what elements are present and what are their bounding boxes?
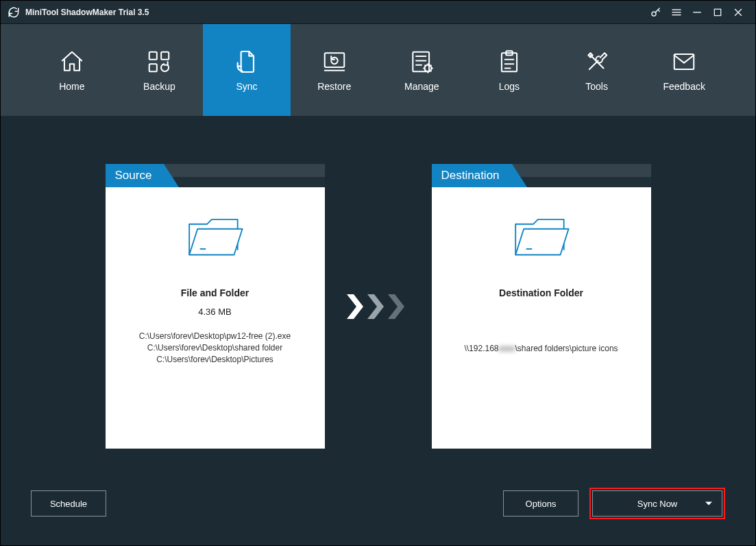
svg-marker-29 (347, 294, 363, 319)
home-icon (58, 48, 86, 75)
app-window: MiniTool ShadowMaker Trial 3.5 Home (0, 0, 756, 546)
source-path-line: C:\Users\forev\Desktop\Pictures (139, 354, 291, 366)
feedback-icon (670, 48, 698, 75)
destination-title: Destination Folder (499, 287, 583, 298)
source-path-line: C:\Users\forev\Desktop\pw12-free (2).exe (139, 331, 291, 342)
destination-path-prefix: \\192.168 (464, 344, 498, 353)
sync-now-highlight: Sync Now (589, 488, 725, 519)
footer-bar: Schedule Options Sync Now (1, 488, 755, 519)
destination-panel-body: Destination Folder \\192.168xxxx\shared … (432, 187, 651, 449)
schedule-button[interactable]: Schedule (31, 490, 106, 517)
tools-icon (583, 48, 611, 75)
close-button[interactable] (728, 4, 748, 21)
svg-rect-15 (413, 52, 430, 72)
svg-marker-30 (367, 294, 384, 319)
manage-icon (408, 48, 435, 75)
nav-restore[interactable]: Restore (291, 24, 378, 116)
button-label: Options (526, 499, 557, 509)
folder-icon (512, 212, 571, 263)
sync-icon (233, 48, 260, 75)
sync-now-button[interactable]: Sync Now (592, 490, 722, 517)
content-area: Source File and Folder 4.36 MB C:\Users\… (1, 116, 755, 545)
title-bar: MiniTool ShadowMaker Trial 3.5 (1, 1, 755, 24)
nav-label: Home (59, 81, 84, 92)
logs-icon (496, 48, 523, 75)
key-icon[interactable] (646, 4, 666, 21)
options-button[interactable]: Options (503, 490, 578, 517)
nav-tools[interactable]: Tools (553, 24, 641, 116)
folder-icon (186, 212, 245, 263)
destination-panel[interactable]: Destination Destination Folder \\192.168… (432, 164, 651, 449)
source-panel-header: Source (106, 164, 325, 187)
nav-label: Tools (585, 81, 608, 92)
main-nav: Home Backup Sync Restore Manage (1, 24, 755, 116)
source-header-label: Source (106, 164, 164, 187)
nav-logs[interactable]: Logs (465, 24, 553, 116)
nav-label: Logs (499, 81, 520, 92)
minimize-button[interactable] (687, 4, 707, 21)
nav-home[interactable]: Home (28, 24, 116, 116)
nav-backup[interactable]: Backup (116, 24, 204, 116)
svg-rect-7 (714, 9, 720, 15)
nav-label: Backup (143, 81, 175, 92)
dropdown-caret-icon (705, 502, 712, 506)
restore-icon (321, 48, 348, 75)
destination-path-suffix: \shared folders\picture icons (515, 344, 618, 353)
destination-header-label: Destination (432, 164, 512, 187)
destination-path: \\192.168xxxx\shared folders\picture ico… (464, 344, 618, 353)
backup-icon (145, 48, 173, 75)
nav-sync[interactable]: Sync (203, 24, 291, 116)
menu-icon[interactable] (666, 4, 687, 21)
destination-panel-header: Destination (432, 164, 651, 187)
button-label: Sync Now (637, 499, 678, 509)
source-path-line: C:\Users\forev\Desktop\shared folder (139, 342, 291, 354)
app-logo-icon (8, 6, 20, 19)
source-title: File and Folder (181, 287, 249, 298)
nav-label: Restore (317, 81, 351, 92)
nav-label: Sync (236, 81, 258, 92)
sync-panels: Source File and Folder 4.36 MB C:\Users\… (1, 164, 755, 449)
svg-rect-11 (162, 52, 169, 60)
nav-label: Manage (404, 81, 439, 92)
destination-path-redacted: xxxx (498, 344, 515, 353)
sync-direction-arrows-icon (345, 164, 411, 449)
nav-manage[interactable]: Manage (378, 24, 466, 116)
maximize-button[interactable] (707, 4, 728, 21)
svg-rect-12 (149, 64, 157, 71)
button-label: Schedule (50, 499, 87, 509)
svg-line-2 (658, 10, 659, 11)
source-panel-body: File and Folder 4.36 MB C:\Users\forev\D… (106, 187, 325, 449)
app-title: MiniTool ShadowMaker Trial 3.5 (25, 8, 149, 17)
svg-rect-27 (674, 54, 694, 69)
source-paths: C:\Users\forev\Desktop\pw12-free (2).exe… (139, 331, 291, 365)
nav-feedback[interactable]: Feedback (640, 24, 728, 116)
svg-marker-31 (388, 294, 404, 319)
svg-rect-10 (149, 52, 157, 60)
source-panel[interactable]: Source File and Folder 4.36 MB C:\Users\… (106, 164, 325, 449)
source-size: 4.36 MB (198, 307, 231, 317)
nav-label: Feedback (663, 81, 705, 92)
